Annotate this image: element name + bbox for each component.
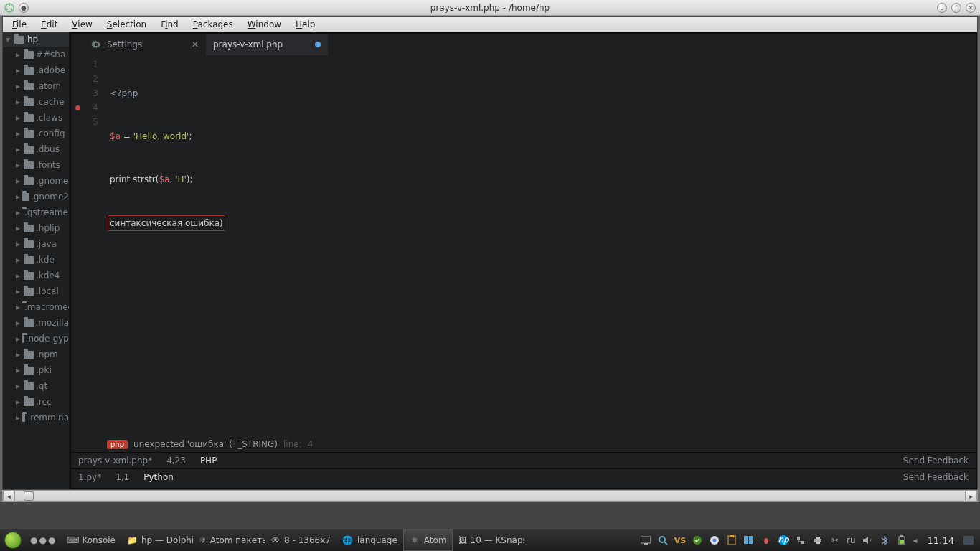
status-cursor[interactable]: 4,23: [159, 456, 193, 466]
tree-item[interactable]: ▸.node-gyp: [3, 331, 69, 347]
tree-item[interactable]: ▸.claws: [3, 110, 69, 126]
status-lang[interactable]: Python: [136, 472, 181, 482]
close-button[interactable]: ✕: [966, 3, 976, 13]
menu-file[interactable]: File: [5, 18, 34, 31]
tree-item[interactable]: ▸.dbus: [3, 141, 69, 157]
window-menu-icon[interactable]: ●: [19, 3, 29, 13]
tray-chrome-icon[interactable]: [709, 534, 720, 546]
scroll-thumb[interactable]: [24, 491, 34, 501]
tray-clipboard-icon[interactable]: [726, 534, 738, 546]
tree-item[interactable]: ▸.config: [3, 126, 69, 141]
code-token: синтаксическая ошибка): [110, 218, 223, 228]
tray-search-icon[interactable]: [657, 534, 669, 546]
send-feedback-link[interactable]: Send Feedback: [896, 456, 976, 466]
tab-file[interactable]: prays-v-xml.php: [206, 34, 328, 55]
taskbar-task[interactable]: ⌨Konsole: [61, 529, 121, 551]
tray-printer-icon[interactable]: [812, 534, 824, 546]
menu-selection[interactable]: Selection: [100, 18, 154, 31]
tree-item[interactable]: ▸.gstreamer: [3, 204, 69, 220]
taskbar-task[interactable]: ⚛Atom пакеты: [193, 529, 265, 551]
tree-item[interactable]: ▸.fonts: [3, 157, 69, 173]
tray-windows-icon[interactable]: [743, 534, 755, 546]
tray-vs-icon[interactable]: VS: [674, 534, 686, 546]
send-feedback-link[interactable]: Send Feedback: [896, 472, 976, 482]
tray-scissors-icon[interactable]: ✂: [829, 534, 841, 546]
tray-desktop-icon[interactable]: [640, 534, 651, 546]
tree-root[interactable]: ▾ hp: [3, 32, 69, 47]
modified-dot-icon: [315, 42, 321, 47]
taskbar-task[interactable]: ⚛Atom: [403, 529, 453, 551]
tab-settings[interactable]: Settings ✕: [84, 34, 206, 55]
tree-item[interactable]: ▸.macromedia: [3, 299, 69, 315]
horizontal-scrollbar[interactable]: ◂ ▸: [2, 490, 978, 502]
tree-item[interactable]: ▸.local: [3, 283, 69, 299]
chevron-right-icon: ▸: [16, 97, 22, 107]
tree-item[interactable]: ▸.kde: [3, 252, 69, 268]
tree-item[interactable]: ▸.atom: [3, 78, 69, 94]
tray-network-icon[interactable]: [795, 534, 806, 546]
tray-expand-icon[interactable]: ◂: [913, 535, 919, 545]
tree-item[interactable]: ▸.npm: [3, 347, 69, 362]
quicklaunch-icon[interactable]: ●●●: [26, 535, 61, 545]
minimize-button[interactable]: ⌄: [937, 3, 947, 13]
task-label: Atom пакеты: [210, 535, 265, 545]
taskbar-task[interactable]: 🖼10 — KSnapshot: [453, 529, 524, 551]
clock[interactable]: 11:14: [925, 535, 957, 546]
tree-item-label: .npm: [36, 349, 58, 359]
scroll-track[interactable]: [15, 491, 965, 501]
svg-rect-14: [749, 536, 753, 540]
menu-edit[interactable]: Edit: [34, 18, 65, 31]
tree-item[interactable]: ▸.hplip: [3, 220, 69, 236]
status-cursor[interactable]: 1,1: [108, 472, 136, 482]
code-token: );: [187, 174, 193, 184]
task-label: language: [357, 535, 397, 545]
taskbar-task[interactable]: 👁8 - 1366x7: [265, 529, 336, 551]
tree-item[interactable]: ▸.java: [3, 236, 69, 252]
menu-help[interactable]: Help: [288, 18, 322, 31]
tree-item[interactable]: ▸.remmina: [3, 410, 69, 425]
status-file[interactable]: prays-v-xml.php*: [71, 456, 159, 466]
tree-item[interactable]: ▸.kde4: [3, 268, 69, 283]
task-label: Atom: [424, 535, 447, 545]
menu-packages[interactable]: Packages: [186, 18, 240, 31]
tree-item[interactable]: ▸.mozilla: [3, 315, 69, 331]
scroll-left-button[interactable]: ◂: [3, 491, 15, 501]
status-file[interactable]: 1.py*: [71, 472, 108, 482]
tray-bluetooth-icon[interactable]: [879, 534, 890, 546]
maximize-button[interactable]: ⌃: [951, 3, 961, 13]
task-icon: 📁: [127, 534, 138, 546]
tree-item[interactable]: ▸.rcc: [3, 394, 69, 410]
tree-item[interactable]: ▸.gnome2: [3, 189, 69, 204]
tree-item[interactable]: ▸.qt: [3, 378, 69, 394]
code-token: ;: [189, 131, 192, 141]
code-content[interactable]: <?php $a = 'Hello, world'; print strstr(…: [105, 55, 976, 436]
status-lang[interactable]: PHP: [193, 456, 225, 466]
task-label: 8 - 1366x7: [284, 535, 331, 545]
code-editor[interactable]: 1 2 3 4 5 <?php $a = 'Hello, world'; pri…: [71, 55, 976, 436]
tray-bug-icon[interactable]: [760, 534, 772, 546]
tray-volume-icon[interactable]: [862, 534, 873, 546]
menu-find[interactable]: Find: [154, 18, 186, 31]
menu-window[interactable]: Window: [240, 18, 288, 31]
tree-item[interactable]: ▸.pki: [3, 362, 69, 378]
tree-item[interactable]: ▸.gnome: [3, 173, 69, 189]
close-icon[interactable]: ✕: [192, 39, 199, 50]
menu-view[interactable]: View: [65, 18, 99, 31]
tree-item[interactable]: ▸##sha: [3, 47, 69, 62]
scroll-right-button[interactable]: ▸: [965, 491, 977, 501]
folder-icon: [24, 256, 34, 264]
taskbar-task[interactable]: 📁hp — Dolphin: [121, 529, 193, 551]
tray-battery-icon[interactable]: [896, 534, 908, 546]
tree-view[interactable]: ▾ hp ▸##sha▸.adobe▸.atom▸.cache▸.claws▸.…: [3, 32, 70, 489]
task-label: Konsole: [82, 535, 116, 545]
tree-item[interactable]: ▸.cache: [3, 94, 69, 110]
tray-update-icon[interactable]: [692, 534, 703, 546]
show-desktop-icon[interactable]: [963, 534, 974, 546]
taskbar-task[interactable]: 🌐language: [336, 529, 403, 551]
keyboard-layout[interactable]: ru: [847, 534, 856, 546]
start-button[interactable]: [4, 532, 22, 549]
tray-hp-icon[interactable]: hp: [778, 534, 789, 546]
tree-item[interactable]: ▸.adobe: [3, 62, 69, 78]
chevron-right-icon: ▸: [16, 176, 22, 186]
linter-line-no: 4: [308, 439, 314, 449]
